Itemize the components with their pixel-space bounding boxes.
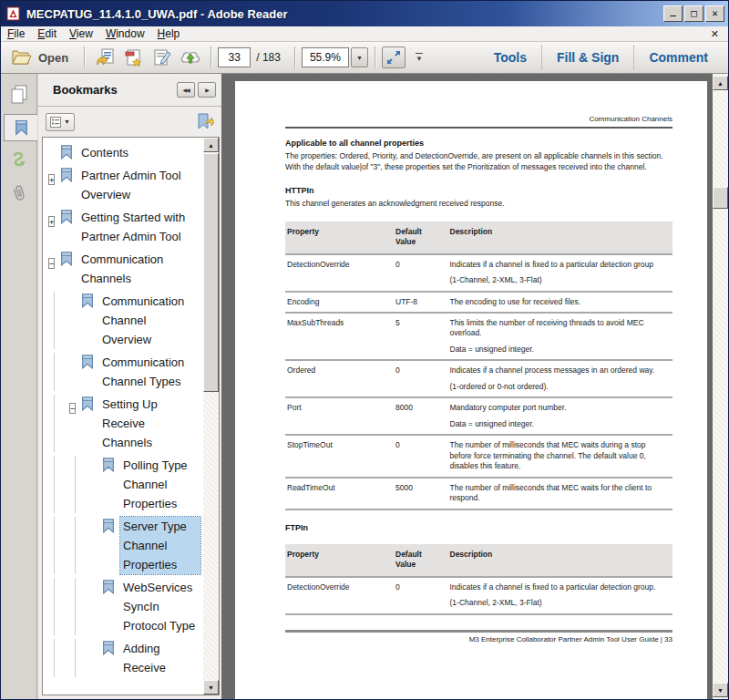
bookmark-label[interactable]: Polling Type Channel Properties (120, 456, 200, 513)
expand-plus-icon[interactable]: + (48, 211, 60, 223)
zoom-value-field[interactable]: 55.9% (302, 47, 349, 67)
bookmark-label[interactable]: Communication Channel Types (99, 353, 200, 391)
page-number-input[interactable] (218, 47, 251, 67)
cloud-upload-icon (180, 48, 201, 67)
scrollbar-thumb[interactable] (713, 187, 728, 209)
cloud-upload-button[interactable] (178, 46, 202, 69)
menu-file[interactable]: File (1, 27, 31, 40)
column-header-default-value: Default Value (394, 544, 448, 576)
minimize-button[interactable]: _ (663, 5, 683, 22)
scroll-up-icon[interactable]: ▲ (203, 138, 219, 152)
table-header-row: PropertyDefault ValueDescription (285, 221, 673, 255)
bookmark-label[interactable]: WebServicesSyncIn Protocol Type (120, 578, 200, 635)
open-label: Open (38, 51, 68, 65)
page-thumbnails-tab[interactable] (4, 81, 35, 108)
tree-guide-line (54, 456, 69, 513)
send-file-button[interactable] (93, 46, 118, 69)
bookmark-label[interactable]: Partner Admin Tool Overview (78, 166, 200, 204)
default-value-cell: 0 (394, 361, 448, 396)
bookmark-item-adding-receive[interactable]: Adding Receive (43, 637, 202, 679)
bookmarks-options-button[interactable]: ▼ (46, 113, 75, 131)
navigation-pane-strip (1, 74, 37, 699)
zoom-dropdown-button[interactable]: ▼ (351, 47, 368, 67)
bookmark-label[interactable]: Adding Receive (120, 639, 200, 677)
fit-width-button[interactable] (382, 46, 406, 68)
bookmark-item-contents[interactable]: Contents (43, 141, 202, 164)
send-file-icon (96, 48, 116, 67)
description-cell: Indicates if a channel is fixed to a par… (448, 255, 673, 291)
bookmark-item-webservicessyncin-protocol-type[interactable]: WebServicesSyncIn Protocol Type (43, 576, 202, 637)
window-title: MECPATUG_11.4.1.0_UWA.pdf - Adobe Reader (26, 7, 662, 21)
bookmark-item-server-type-channel-properties[interactable]: Server Type Channel Properties (43, 515, 202, 576)
description-paragraph: The encoding to use for received files. (450, 297, 666, 307)
signatures-tab[interactable] (4, 147, 35, 174)
bookmark-icon (60, 168, 73, 182)
bookmark-label[interactable]: Getting Started with Partner Admin Tool (78, 208, 200, 246)
description-cell: The number of milliseconds that MEC wait… (448, 479, 673, 509)
toolbar-more-button[interactable]: ▼ (411, 48, 427, 67)
bookmark-arrow-icon (196, 113, 214, 130)
bookmark-label[interactable]: Setting Up Receive Channels (99, 395, 200, 452)
menu-view[interactable]: View (63, 27, 99, 40)
scroll-up-icon[interactable]: ▲ (713, 76, 728, 90)
bookmark-icon (102, 458, 115, 472)
property-cell: ReadTimeOut (285, 479, 394, 509)
scroll-down-icon[interactable]: ▼ (203, 680, 219, 695)
tree-guide-line (75, 639, 90, 677)
expander-box[interactable]: + (48, 216, 55, 227)
bookmark-label[interactable]: Contents (78, 143, 131, 162)
maximize-button[interactable]: □ (684, 5, 703, 22)
expander-spacer (90, 582, 102, 593)
main-area: Bookmarks ◀◀ ▶ ▼ (1, 74, 728, 699)
open-button[interactable]: Open (6, 47, 77, 68)
close-button[interactable]: ✕ (705, 5, 724, 22)
create-pdf-button[interactable] (121, 46, 146, 69)
document-scrollbar[interactable]: ▲ ▼ (713, 74, 728, 699)
scroll-down-icon[interactable]: ▼ (713, 683, 728, 697)
bookmark-item-getting-started-with-partner-admin-tool[interactable]: + Getting Started with Partner Admin Too… (43, 206, 202, 248)
property-cell: DetectionOverride (285, 255, 394, 291)
bookmark-item-communication-channels[interactable]: − Communication Channels (43, 248, 202, 290)
menu-help[interactable]: Help (151, 27, 187, 40)
bookmarks-tab[interactable] (4, 114, 37, 141)
bookmark-item-communication-channel-overview[interactable]: Communication Channel Overview (43, 290, 202, 351)
chevron-down-icon: ▼ (64, 118, 70, 125)
tree-guide-line (54, 353, 69, 391)
toolbar-tools-button[interactable]: Tools (479, 50, 541, 65)
expander-box[interactable]: − (69, 403, 76, 414)
bookmark-item-setting-up-receive-channels[interactable]: − Setting Up Receive Channels (43, 393, 202, 454)
sign-document-button[interactable] (149, 46, 174, 69)
default-value-cell: 0 (394, 436, 448, 476)
section-heading: HTTPIn (285, 186, 673, 195)
expander-spacer (69, 295, 81, 307)
toolbar-comment-button[interactable]: Comment (634, 50, 723, 65)
document-close-icon[interactable]: ✕ (711, 28, 719, 40)
properties-table: PropertyDefault ValueDescriptionDetectio… (285, 544, 673, 615)
expander-box[interactable]: + (48, 174, 55, 185)
bookmark-icon (81, 396, 94, 411)
toolbar-fill-sign-button[interactable]: Fill & Sign (542, 50, 633, 65)
bookmark-item-communication-channel-types[interactable]: Communication Channel Types (43, 351, 202, 393)
bookmarks-title: Bookmarks (53, 83, 174, 97)
expand-current-bookmark-button[interactable] (196, 113, 214, 130)
collapse-panel-button[interactable]: ◀◀ (177, 82, 195, 98)
chevron-down-icon: ▼ (416, 55, 423, 63)
bookmarks-scrollbar[interactable]: ▲ ▼ (203, 138, 219, 695)
scrollbar-thumb[interactable] (203, 153, 219, 392)
bookmark-label[interactable]: Server Type Channel Properties (120, 517, 200, 574)
expander-box[interactable]: − (48, 258, 55, 269)
expand-plus-icon[interactable]: + (48, 170, 60, 181)
collapse-minus-icon[interactable]: − (48, 253, 60, 265)
menu-edit[interactable]: Edit (31, 27, 63, 40)
expand-panel-button[interactable]: ▶ (198, 82, 216, 98)
menu-window[interactable]: Window (99, 27, 151, 40)
bookmark-label[interactable]: Communication Channels (78, 250, 200, 288)
attachments-tab[interactable] (4, 180, 35, 207)
tree-guide-line (54, 517, 69, 574)
description-cell: The number of milliseconds that MEC wait… (448, 436, 673, 476)
description-paragraph: This limits the number of receiving thre… (450, 318, 666, 339)
bookmark-item-polling-type-channel-properties[interactable]: Polling Type Channel Properties (43, 454, 202, 515)
bookmark-label[interactable]: Communication Channel Overview (99, 292, 200, 349)
collapse-minus-icon[interactable]: − (69, 398, 81, 410)
bookmark-item-partner-admin-tool-overview[interactable]: + Partner Admin Tool Overview (43, 164, 202, 206)
